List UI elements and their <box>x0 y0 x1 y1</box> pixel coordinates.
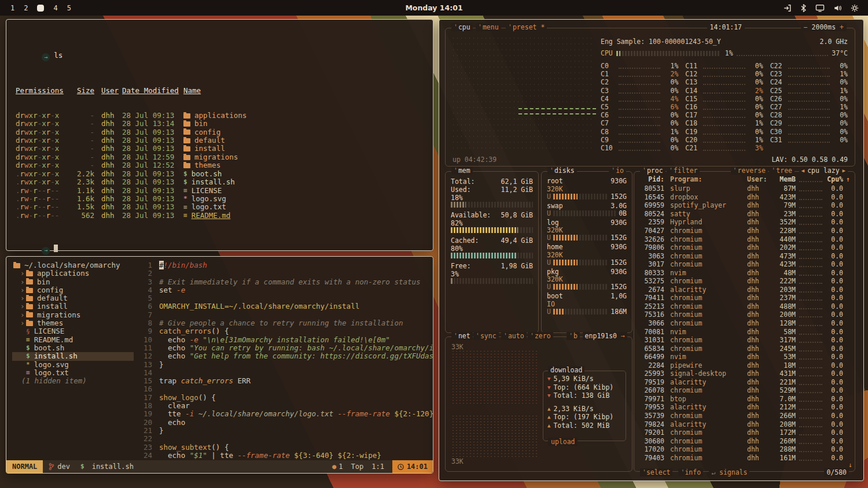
process-row[interactable]: 80524sattydhh23M0.0 <box>634 210 855 219</box>
workspace-button[interactable]: 2 <box>24 4 28 12</box>
mem-stat-row: Used:11,2 GiB <box>451 186 533 194</box>
preset-button[interactable]: preset * <box>506 23 547 31</box>
process-row[interactable]: 26078chromiumdhh529M0.0 <box>634 386 855 395</box>
process-row[interactable]: 3063chromiumdhh473M0.0 <box>634 252 855 260</box>
process-row[interactable]: 79806chromiumdhh202M0.0 <box>634 243 855 252</box>
prompt-icon: → <box>42 53 50 61</box>
up-arrow-icon: ▲ <box>547 413 550 421</box>
file-row: drwxr-xr-x-dhh28 Jul 09:13config <box>16 128 424 136</box>
process-row[interactable]: 79824alacrittydhh208M0.0 <box>634 420 855 428</box>
folder-icon <box>183 138 190 143</box>
tree-button[interactable]: tree <box>769 167 795 175</box>
line-number: 11 <box>135 344 159 352</box>
process-row[interactable]: 80333nvimdhh48M0.0 <box>634 268 855 277</box>
process-row[interactable]: 69959spotify_playerdhh79M0.0 <box>634 201 855 210</box>
sort-direction-icon[interactable]: ↑ <box>843 175 850 183</box>
process-row[interactable]: 17020chromiumdhh288M0.0 <box>634 445 855 454</box>
upload-graph <box>451 415 539 459</box>
svg-icon: * <box>183 196 187 202</box>
process-row[interactable]: 79971btopdhh7.0M0.0 <box>634 395 855 404</box>
cpu-core-row: C70% <box>601 119 678 127</box>
mode-indicator: NORMAL <box>6 460 43 473</box>
workspace-button[interactable]: 1 <box>10 4 14 12</box>
info-button[interactable]: info <box>678 468 703 476</box>
net-scale-bottom: 33K <box>451 457 464 465</box>
process-row[interactable]: 25213chromiumdhh488M0.0 <box>634 302 855 311</box>
process-row[interactable]: 79403chromiumdhh161M0.0 <box>634 454 855 463</box>
code-line: 14 <box>135 369 433 377</box>
process-row[interactable]: 35739chromiumdhh266M0.0 <box>634 412 855 420</box>
folder-icon <box>26 321 33 326</box>
sort-left-icon[interactable]: ◀ <box>801 167 804 175</box>
ls-column-header: Permissions <box>16 87 70 95</box>
workspace-button[interactable]: 5 <box>67 4 71 12</box>
volume-icon[interactable] <box>833 4 842 12</box>
tree-root[interactable]: ~/.local/share/omarchy <box>12 261 135 269</box>
cpu-core-row: C260% <box>770 95 848 103</box>
process-row[interactable]: 3066chromiumdhh128M0.0 <box>634 319 855 328</box>
settings-icon[interactable] <box>851 4 859 12</box>
bluetooth-icon[interactable] <box>800 4 807 12</box>
chevron-icon <box>20 352 26 360</box>
tree-item-boot.sh[interactable]: $boot.sh <box>12 344 135 352</box>
line-number: 20 <box>135 419 159 427</box>
tree-item-bin[interactable]: ›bin <box>12 278 135 286</box>
menu-button[interactable]: menu <box>476 23 501 31</box>
process-row[interactable]: 31031chromiumdhh317M0.0 <box>634 336 855 345</box>
process-row[interactable]: 16545dropboxdhh423M0.0 <box>634 193 855 202</box>
process-row[interactable]: 79201chromiumdhh172M0.0 <box>634 428 855 437</box>
tree-item-migrations[interactable]: ›migrations <box>12 311 135 319</box>
workspace-button[interactable]: 4 <box>53 4 57 12</box>
process-row[interactable]: 2359Hyprlanddhh352M0.0 <box>634 218 855 227</box>
disk-used-row: U152G <box>547 193 627 201</box>
process-row[interactable]: 25993signal-desktopdhh431M0.0 <box>634 369 855 378</box>
scroll-down-icon[interactable]: ↓ <box>848 461 852 469</box>
tree-item-logo.svg[interactable]: *logo.svg <box>12 361 135 369</box>
cpu-core-row: C190% <box>685 128 763 136</box>
tree-item-themes[interactable]: ›themes <box>12 319 135 327</box>
file-name: install <box>194 145 225 153</box>
ls-output: drwxr-xr-x-dhh28 Jul 09:13applicationsdr… <box>16 112 424 220</box>
file-name: LICENSE <box>192 187 222 195</box>
chevron-icon <box>20 327 26 335</box>
cpu-core-row: C271% <box>770 103 848 111</box>
workspace-active-indicator[interactable] <box>37 5 44 12</box>
tree-item-applications[interactable]: ›applications <box>12 269 135 278</box>
tree-item-config[interactable]: ›config <box>12 286 135 294</box>
process-row[interactable]: 79519alacrittydhh221M0.0 <box>634 378 855 387</box>
process-row[interactable]: 66499nvimdhh53M0.0 <box>634 353 855 361</box>
process-row[interactable]: 30680chromiumdhh260M0.0 <box>634 437 855 445</box>
tree-item-install[interactable]: ›install <box>12 302 135 310</box>
code-editor[interactable]: 1#!/bin/bash23# Exit immediately if a co… <box>135 257 433 460</box>
process-row[interactable]: 65834chromiumdhh245M0.0 <box>634 344 855 353</box>
update-interval[interactable]: − 2000ms + <box>801 23 847 31</box>
process-row[interactable]: 75316chromiumdhh200M0.0 <box>634 310 855 319</box>
line-number: 2 <box>135 269 159 278</box>
io-toggle[interactable]: io <box>609 167 626 175</box>
process-row[interactable]: 53275chromiumdhh222M0.0 <box>634 277 855 286</box>
process-row[interactable]: 70081nvimdhh58M0.0 <box>634 327 855 336</box>
tree-item-install.sh[interactable]: $install.sh <box>12 352 134 360</box>
sort-right-icon[interactable]: ▶ <box>843 167 845 175</box>
line-number: 12 <box>135 352 159 360</box>
filter-button[interactable]: filter <box>667 167 700 175</box>
process-row[interactable]: 3017chromiumdhh423M0.0 <box>634 260 855 269</box>
tree-item-README.md[interactable]: ≡README.md <box>12 336 135 344</box>
tree-item-default[interactable]: ›default <box>12 294 135 302</box>
process-row[interactable]: 79953alacrittydhh212M0.0 <box>634 403 855 412</box>
tree-item-logo.txt[interactable]: ≡logo.txt <box>12 369 135 377</box>
process-row[interactable]: 79411chromiumdhh237M0.0 <box>634 294 855 302</box>
process-row[interactable]: 2674alacrittydhh203M0.0 <box>634 286 855 294</box>
logout-icon[interactable] <box>783 4 792 12</box>
cpu-model: Eng Sample: 100-000001243-50_Y <box>601 38 721 46</box>
select-button[interactable]: select <box>640 468 672 476</box>
signals-button[interactable]: signals <box>709 468 749 476</box>
sort-selector[interactable]: ◀cpu lazy▶ <box>799 167 848 175</box>
tree-item-LICENSE[interactable]: §LICENSE <box>12 327 135 335</box>
process-row[interactable]: 80531slurpdhh87M0.0 <box>634 184 855 193</box>
process-row[interactable]: 2284pipewiredhh18M0.0 <box>634 361 855 369</box>
screenshare-icon[interactable] <box>815 4 825 12</box>
reverse-button[interactable]: reverse <box>731 167 768 175</box>
process-row[interactable]: 32626chromiumdhh440M0.0 <box>634 235 855 243</box>
process-row[interactable]: 70427chromiumdhh228M0.0 <box>634 227 855 235</box>
